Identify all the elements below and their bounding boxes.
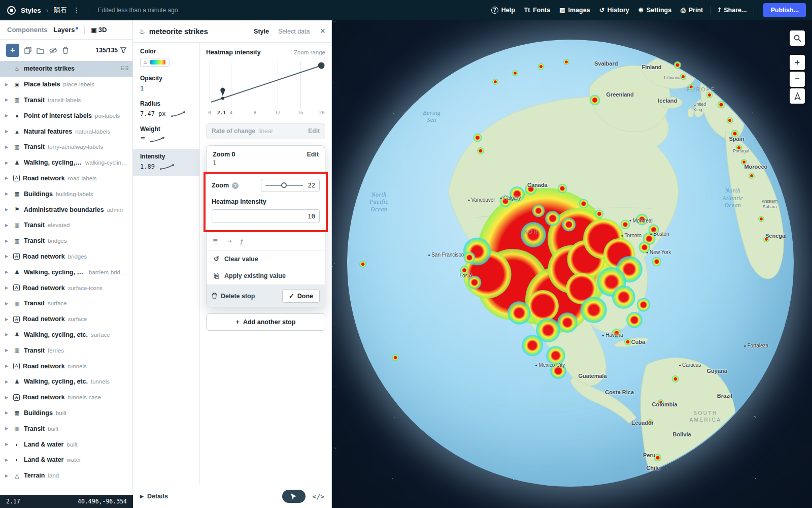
radius-value[interactable]: 7.47 px bbox=[140, 110, 199, 117]
expand-arrow-icon[interactable]: ▶ bbox=[5, 129, 10, 134]
layer-row[interactable]: ▶▥Transitsurface bbox=[0, 296, 132, 311]
add-another-stop-button[interactable]: + Add another stop bbox=[206, 313, 325, 331]
map-canvas[interactable]: SvalbardFinlandLithuaniaEUROPEGreenlandI… bbox=[332, 20, 812, 508]
zoom-slider-control[interactable]: 22 bbox=[261, 179, 320, 192]
expand-arrow-icon[interactable]: ▶ bbox=[5, 223, 10, 228]
mapbox-logo[interactable] bbox=[7, 6, 16, 15]
group-folder-icon[interactable] bbox=[37, 47, 44, 54]
code-view-icon[interactable]: </> bbox=[313, 493, 324, 500]
history-button[interactable]: ↺History bbox=[599, 7, 629, 14]
images-button[interactable]: ▨Images bbox=[559, 7, 590, 14]
layer-row[interactable]: ▶ARoad networktunnels bbox=[0, 358, 132, 374]
globe[interactable] bbox=[347, 40, 794, 487]
styles-breadcrumb[interactable]: Styles bbox=[21, 7, 41, 14]
weight-value[interactable]: ≣ bbox=[140, 136, 199, 143]
expand-arrow-icon[interactable]: ▶ bbox=[5, 442, 10, 447]
zoom-range-chart[interactable] bbox=[206, 59, 325, 108]
layer-row[interactable]: ▶△Terrainland bbox=[0, 468, 132, 484]
expand-arrow-icon[interactable]: ▶ bbox=[5, 348, 10, 353]
expand-arrow-icon[interactable]: ▶ bbox=[5, 254, 10, 259]
print-button[interactable]: ⎙Print bbox=[681, 7, 703, 14]
search-button[interactable] bbox=[790, 30, 805, 46]
layer-row[interactable]: ▶ARoad networksurface-icons bbox=[0, 280, 132, 296]
expand-arrow-icon[interactable]: ▶ bbox=[5, 192, 10, 196]
tab-layers[interactable]: Layers bbox=[53, 26, 78, 34]
layer-row[interactable]: ▶▥Transitelevated bbox=[0, 217, 132, 233]
layer-row[interactable]: ▶◐Land & waterbuilt bbox=[0, 436, 132, 452]
expand-arrow-icon[interactable]: ▶ bbox=[5, 285, 10, 290]
expand-arrow-icon[interactable]: ▶ bbox=[5, 98, 10, 102]
fonts-button[interactable]: TtFonts bbox=[524, 7, 550, 14]
expand-arrow-icon[interactable]: ▶ bbox=[5, 364, 10, 368]
zoom-slider-knob[interactable] bbox=[281, 182, 287, 188]
color-ramp-swatch[interactable]: ♨ bbox=[140, 58, 170, 67]
expand-arrow-icon[interactable]: ▶ bbox=[5, 332, 10, 337]
formula-icon[interactable]: ƒ bbox=[240, 237, 244, 245]
stop-value[interactable]: 1 bbox=[207, 159, 325, 172]
style-across-zoom-icon[interactable]: ≣ bbox=[213, 237, 218, 245]
add-layer-button[interactable]: + bbox=[6, 44, 19, 57]
zoom-slider-track[interactable] bbox=[265, 185, 303, 186]
tab-select-data[interactable]: Select data bbox=[278, 28, 310, 35]
layer-row[interactable]: ▶♟Walking, cycling, etc.barriers-bridges bbox=[0, 264, 132, 280]
layer-row[interactable]: ▶ARoad networktunnels-case bbox=[0, 390, 132, 405]
layer-row[interactable]: ▶▥Transitbridges bbox=[0, 233, 132, 249]
apply-existing-value-button[interactable]: ⎘ Apply existing value bbox=[207, 267, 325, 284]
layer-row[interactable]: …♨meteorite strikes⠿ ⠿ bbox=[0, 61, 132, 77]
expand-arrow-icon[interactable]: ▶ bbox=[5, 426, 10, 431]
select-tool-button[interactable] bbox=[282, 490, 306, 503]
layer-row[interactable]: ▶▥Transittransit-labels bbox=[0, 92, 132, 108]
opacity-value[interactable]: 1 bbox=[140, 85, 199, 92]
layer-row[interactable]: ▶ARoad networkbridges bbox=[0, 249, 132, 265]
expand-arrow-icon[interactable]: ▶ bbox=[5, 317, 10, 322]
layer-row[interactable]: ▶●Point of interest labelspoi-labels bbox=[0, 108, 132, 123]
layer-row[interactable]: ▶ARoad networksurface bbox=[0, 311, 132, 327]
help-badge-icon[interactable]: ? bbox=[232, 182, 239, 189]
delete-layer-icon[interactable] bbox=[62, 47, 69, 54]
expand-arrow-icon[interactable]: ▶ bbox=[5, 82, 10, 87]
tab-components[interactable]: Components bbox=[7, 26, 47, 34]
filter-funnel-icon[interactable] bbox=[120, 47, 126, 53]
layer-row[interactable]: ▶▥Transitferries bbox=[0, 342, 132, 358]
duplicate-layer-icon[interactable] bbox=[24, 47, 31, 54]
expand-arrow-icon[interactable]: ▶ bbox=[5, 395, 10, 400]
expand-arrow-icon[interactable]: ▶ bbox=[5, 410, 10, 415]
expand-arrow-icon[interactable]: ▶ bbox=[5, 239, 10, 243]
share-button[interactable]: ⤴ Share... bbox=[718, 7, 747, 14]
layer-row[interactable]: ▶♟Walking, cycling, etc.surface bbox=[0, 327, 132, 343]
close-icon[interactable]: × bbox=[320, 26, 325, 37]
publish-button[interactable]: Publish... bbox=[763, 3, 806, 17]
details-toggle[interactable]: ▶ Details bbox=[140, 493, 168, 500]
rate-edit-button[interactable]: Edit bbox=[308, 128, 320, 135]
compass-button[interactable] bbox=[790, 88, 805, 104]
expand-arrow-icon[interactable]: ▶ bbox=[5, 161, 10, 165]
layer-row[interactable]: ▶⚑Administrative boundariesadmin bbox=[0, 202, 132, 217]
tab-3d[interactable]: ▣3D bbox=[91, 26, 107, 34]
layer-row[interactable]: ▶▥Transitferry-aerialway-labels bbox=[0, 139, 132, 155]
heatmap-intensity-input[interactable] bbox=[212, 209, 320, 223]
layer-row[interactable]: ▶▲Natural featuresnatural-labels bbox=[0, 123, 132, 139]
help-button[interactable]: ?Help bbox=[491, 7, 515, 14]
layer-row[interactable]: ▶♟Walking, cycling, etc.walking-cycling-… bbox=[0, 155, 132, 171]
expand-arrow-icon[interactable]: ▶ bbox=[5, 270, 10, 274]
stop-edit-button[interactable]: Edit bbox=[307, 151, 319, 158]
zoom-in-button[interactable]: + bbox=[790, 55, 805, 70]
zoom-out-button[interactable]: − bbox=[790, 72, 805, 87]
expand-arrow-icon[interactable]: ▶ bbox=[5, 473, 10, 478]
layer-row[interactable]: ▶♟Walking, cycling, etc.tunnels bbox=[0, 374, 132, 390]
expand-arrow-icon[interactable]: ▶ bbox=[5, 301, 10, 306]
expand-arrow-icon[interactable]: ▶ bbox=[5, 176, 10, 180]
drag-handle-icon[interactable]: ⠿ ⠿ bbox=[120, 66, 128, 72]
layer-row[interactable]: ▶▦Buildingsbuilding-labels bbox=[0, 186, 132, 202]
clear-value-button[interactable]: ↺ Clear value bbox=[207, 250, 325, 267]
layer-row[interactable]: ▶◐Land & waterwater bbox=[0, 452, 132, 468]
expand-arrow-icon[interactable]: ▶ bbox=[5, 145, 10, 149]
settings-button[interactable]: ✱Settings bbox=[638, 7, 671, 14]
tab-style[interactable]: Style bbox=[254, 28, 269, 35]
delete-stop-button[interactable]: Delete stop bbox=[212, 293, 255, 300]
expand-arrow-icon[interactable]: ▶ bbox=[5, 379, 10, 384]
hide-layer-icon[interactable] bbox=[49, 47, 57, 54]
prop-intensity-selected[interactable]: Intensity 1.89 bbox=[133, 149, 199, 176]
layer-row[interactable]: ▶◉Place labelsplace-labels bbox=[0, 77, 132, 92]
style-menu-icon[interactable]: ⋮ bbox=[72, 6, 81, 14]
